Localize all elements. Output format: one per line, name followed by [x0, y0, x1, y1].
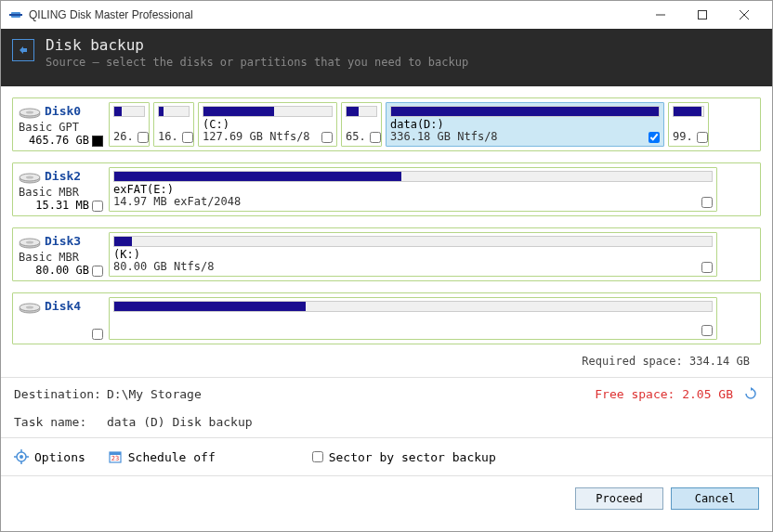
maximize-button[interactable] — [681, 1, 723, 29]
disk-size: 465.76 GB — [29, 134, 89, 147]
partition-sub: 99. — [673, 130, 693, 143]
svg-point-19 — [20, 455, 23, 459]
disk-name: Disk4 — [45, 299, 81, 313]
disk-checkbox[interactable] — [92, 266, 103, 277]
refresh-icon[interactable] — [742, 385, 759, 402]
partition-checkbox[interactable] — [182, 132, 193, 143]
disk-checkbox[interactable] — [92, 201, 103, 212]
required-space-value: 334.14 GB — [689, 355, 750, 368]
partition[interactable]: 26. — [109, 102, 150, 147]
partition-checkbox[interactable] — [697, 132, 708, 143]
partition[interactable]: (K:)80.00 GB Ntfs/8 — [109, 232, 717, 277]
svg-point-8 — [26, 111, 33, 114]
app-icon — [8, 7, 23, 22]
partition[interactable]: 99. — [668, 102, 709, 147]
disk-row: Disk3Basic MBR80.00 GB(K:)80.00 GB Ntfs/… — [12, 227, 761, 281]
partition[interactable]: 65. — [341, 102, 382, 147]
sector-by-sector-checkbox[interactable] — [312, 451, 323, 462]
disk-row: Disk2Basic MBR15.31 MBexFAT(E:)14.97 MB … — [12, 162, 761, 216]
backup-icon — [12, 39, 34, 61]
partition-checkbox[interactable] — [701, 197, 713, 208]
partition[interactable]: exFAT(E:)14.97 MB exFat/2048 — [109, 167, 717, 212]
svg-rect-1 — [9, 14, 22, 16]
disk-checkbox[interactable] — [92, 136, 103, 147]
svg-rect-3 — [698, 11, 706, 19]
page-subtitle: Source — select the disks or partitions … — [46, 56, 468, 69]
partition-checkbox[interactable] — [701, 262, 713, 273]
schedule-label: Schedule off — [128, 450, 216, 464]
partition[interactable]: 16. — [153, 102, 194, 147]
partition-checkbox[interactable] — [138, 132, 149, 143]
partition-sub: 127.69 GB Ntfs/8 — [203, 130, 310, 143]
partition-checkbox[interactable] — [649, 132, 660, 143]
partition-sub: 336.18 GB Ntfs/8 — [390, 130, 498, 143]
proceed-button[interactable]: Proceed — [575, 487, 663, 510]
disk-name: Disk0 — [45, 104, 81, 118]
required-space-label: Required space: — [582, 355, 682, 368]
sector-by-sector-label: Sector by sector backup — [329, 450, 496, 464]
partition-sub: 14.97 MB exFat/2048 — [113, 195, 241, 208]
partition[interactable]: data(D:)336.18 GB Ntfs/8 — [386, 102, 664, 147]
options-label: Options — [34, 450, 85, 464]
free-space-label: Free space: — [595, 387, 675, 401]
partition-label: data(D:) — [390, 118, 444, 131]
task-name-label: Task name: — [14, 415, 107, 429]
partition-sub: 65. — [346, 130, 366, 143]
partition[interactable] — [109, 297, 717, 340]
destination-value[interactable]: D:\My Storage — [107, 387, 202, 401]
disk-name: Disk2 — [45, 169, 81, 183]
disk-type: Basic GPT — [19, 121, 103, 134]
partition-checkbox[interactable] — [321, 132, 333, 143]
destination-label: Destination: — [14, 387, 107, 401]
partition-label: (K:) — [113, 248, 140, 261]
disk-checkbox[interactable] — [92, 329, 103, 340]
disk-row: Disk4 — [12, 292, 761, 344]
page-title: Disk backup — [46, 36, 468, 54]
close-button[interactable] — [723, 1, 765, 29]
disk-type: Basic MBR — [19, 251, 103, 264]
partition-sub: 16. — [158, 130, 178, 143]
svg-text:23: 23 — [111, 455, 119, 462]
svg-point-17 — [26, 306, 33, 309]
disk-size: 15.31 MB — [35, 199, 89, 212]
schedule-button[interactable]: 23 Schedule off — [108, 449, 216, 464]
partition-checkbox[interactable] — [701, 325, 713, 336]
partition-checkbox[interactable] — [370, 132, 381, 143]
partition-label: (C:) — [203, 118, 229, 131]
minimize-button[interactable] — [639, 1, 681, 29]
disk-type: Basic MBR — [19, 186, 103, 199]
task-name-value[interactable]: data (D) Disk backup — [107, 415, 253, 429]
options-button[interactable]: Options — [14, 449, 85, 464]
partition[interactable]: (C:)127.69 GB Ntfs/8 — [198, 102, 337, 147]
svg-point-11 — [26, 176, 33, 179]
window-title: QILING Disk Master Professional — [29, 8, 639, 21]
free-space-value: 2.05 GB — [682, 387, 733, 401]
partition-label: exFAT(E:) — [113, 183, 174, 196]
disk-name: Disk3 — [45, 234, 81, 248]
cancel-button[interactable]: Cancel — [671, 487, 759, 510]
partition-sub: 26. — [113, 130, 134, 143]
disk-size: 80.00 GB — [35, 264, 89, 277]
svg-point-14 — [26, 241, 33, 244]
partition-sub: 80.00 GB Ntfs/8 — [113, 260, 214, 273]
disk-row: Disk0Basic GPT465.76 GB26.16.(C:)127.69 … — [12, 97, 761, 151]
disk-list[interactable]: Disk0Basic GPT465.76 GB26.16.(C:)127.69 … — [1, 86, 772, 351]
